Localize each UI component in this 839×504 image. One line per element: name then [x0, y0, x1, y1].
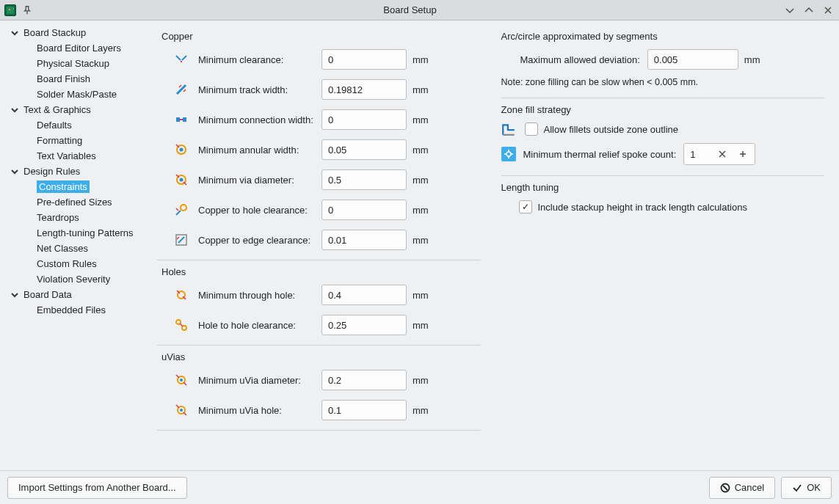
tree-item[interactable]: Solder Mask/Paste	[25, 87, 148, 102]
tree-group-label: Board Data	[23, 289, 72, 300]
constraint-icon	[172, 233, 191, 246]
constraint-icon	[172, 113, 191, 126]
app-icon	[4, 4, 16, 16]
window-minimize-button[interactable]	[783, 4, 796, 17]
tree-item[interactable]: Board Finish	[25, 71, 148, 87]
constraint-row: Copper to edge clearance:mm	[157, 230, 481, 250]
tree-item[interactable]: Length-tuning Patterns	[25, 225, 148, 241]
tree-item[interactable]: Formatting	[25, 133, 148, 148]
constraint-label: Copper to hole clearance:	[191, 205, 322, 216]
constraint-row: Minimum clearance:mm	[157, 49, 481, 70]
svg-point-14	[180, 409, 183, 412]
unit-label: mm	[413, 375, 435, 386]
tree-item[interactable]: Board Editor Layers	[25, 40, 148, 56]
svg-point-15	[506, 152, 511, 156]
tree-item[interactable]: Violation Severity	[25, 271, 148, 287]
constraint-input[interactable]	[322, 139, 407, 160]
tree-group[interactable]: Board Stackup	[3, 25, 148, 40]
tree-group[interactable]: Text & Graphics	[3, 102, 148, 117]
pin-icon[interactable]	[21, 4, 34, 17]
cancel-button[interactable]: Cancel	[709, 477, 775, 499]
constraint-row: Minimum track width:mm	[157, 79, 481, 100]
constraint-label: Minimum uVia diameter:	[191, 375, 322, 386]
spoke-count-decrement[interactable]	[712, 144, 733, 164]
max-deviation-label: Maximum allowed deviation:	[501, 54, 647, 65]
tree-item[interactable]: Custom Rules	[25, 256, 148, 271]
svg-point-12	[180, 379, 183, 381]
constraint-icon	[172, 143, 191, 156]
tree-item-label: Embedded Files	[37, 304, 106, 315]
footer: Import Settings from Another Board... Ca…	[0, 470, 839, 504]
constraint-icon	[172, 83, 191, 96]
spoke-count-increment[interactable]	[733, 144, 753, 164]
svg-point-3	[180, 148, 184, 152]
constraint-input[interactable]	[322, 109, 407, 130]
constraint-input[interactable]	[322, 49, 407, 70]
spoke-count-input[interactable]	[684, 144, 712, 164]
window-maximize-button[interactable]	[802, 4, 816, 17]
unit-label: mm	[413, 205, 435, 216]
tree-group[interactable]: Design Rules	[3, 164, 148, 179]
include-stackup-checkbox[interactable]	[519, 200, 532, 213]
include-stackup-label: Include stackup height in track length c…	[538, 202, 747, 213]
tree-item[interactable]: Text Variables	[25, 148, 148, 164]
section-length-title: Length tuning	[501, 182, 825, 193]
window-close-button[interactable]	[821, 4, 835, 17]
tree-item[interactable]: Defaults	[25, 117, 148, 133]
constraint-input[interactable]	[322, 169, 407, 190]
tree-item[interactable]: Pre-defined Sizes	[25, 194, 148, 210]
constraint-icon	[172, 318, 191, 332]
title-bar: Board Setup	[0, 0, 839, 21]
tree-item[interactable]: Teardrops	[25, 210, 148, 225]
spoke-count-stepper[interactable]	[683, 143, 755, 165]
tree-item[interactable]: Constraints	[25, 179, 148, 194]
constraint-input[interactable]	[322, 370, 407, 390]
allow-fillets-checkbox[interactable]	[525, 123, 538, 136]
tree-item-label: Pre-defined Sizes	[37, 197, 112, 208]
tree-item-label: Physical Stackup	[37, 58, 109, 69]
tree-group-label: Text & Graphics	[23, 104, 91, 115]
window-title: Board Setup	[37, 4, 783, 15]
constraint-row: Minimum via diameter:mm	[157, 169, 481, 190]
svg-rect-1	[183, 117, 186, 122]
constraint-input[interactable]	[322, 200, 407, 220]
constraint-row: Minimum uVia diameter:mm	[157, 370, 481, 390]
constraint-label: Copper to edge clearance:	[191, 235, 322, 246]
constraint-input[interactable]	[322, 315, 407, 335]
constraint-label: Minimum track width:	[191, 84, 322, 95]
unit-label: mm	[413, 290, 435, 301]
tree-item-label: Text Variables	[37, 150, 96, 161]
constraint-label: Minimum connection width:	[191, 114, 322, 125]
constraint-input[interactable]	[322, 230, 407, 250]
constraint-input[interactable]	[322, 79, 407, 100]
ok-button[interactable]: OK	[781, 477, 832, 499]
tree-item-label: Board Finish	[37, 73, 90, 84]
left-column: Copper Minimum clearance:mmMinimum track…	[157, 25, 481, 466]
separator	[157, 260, 481, 260]
section-zone-title: Zone fill strategy	[501, 104, 825, 115]
thermal-spoke-icon	[501, 147, 516, 161]
unit-label: mm	[413, 54, 435, 65]
constraint-row: Minimum uVia hole:mm	[157, 400, 481, 420]
max-deviation-input[interactable]	[647, 49, 738, 70]
unit-label: mm	[744, 54, 766, 65]
constraint-input[interactable]	[322, 285, 407, 305]
tree-item-label: Formatting	[37, 135, 82, 146]
constraint-label: Minimum annular width:	[191, 145, 322, 156]
tree-group[interactable]: Board Data	[3, 287, 148, 302]
zone-outline-icon	[501, 123, 516, 136]
tree-item-label: Custom Rules	[37, 258, 97, 269]
import-settings-button[interactable]: Import Settings from Another Board...	[7, 477, 187, 499]
constraint-label: Minimum via diameter:	[191, 175, 322, 186]
constraint-label: Hole to hole clearance:	[191, 320, 322, 331]
unit-label: mm	[413, 84, 435, 95]
svg-point-6	[181, 205, 186, 211]
tree-item[interactable]: Net Classes	[25, 241, 148, 256]
unit-label: mm	[413, 145, 435, 156]
constraint-icon	[172, 203, 191, 216]
tree-group-label: Design Rules	[23, 166, 80, 177]
tree-item[interactable]: Embedded Files	[25, 302, 148, 318]
constraint-icon	[172, 288, 191, 302]
constraint-input[interactable]	[322, 400, 407, 420]
tree-item[interactable]: Physical Stackup	[25, 56, 148, 71]
